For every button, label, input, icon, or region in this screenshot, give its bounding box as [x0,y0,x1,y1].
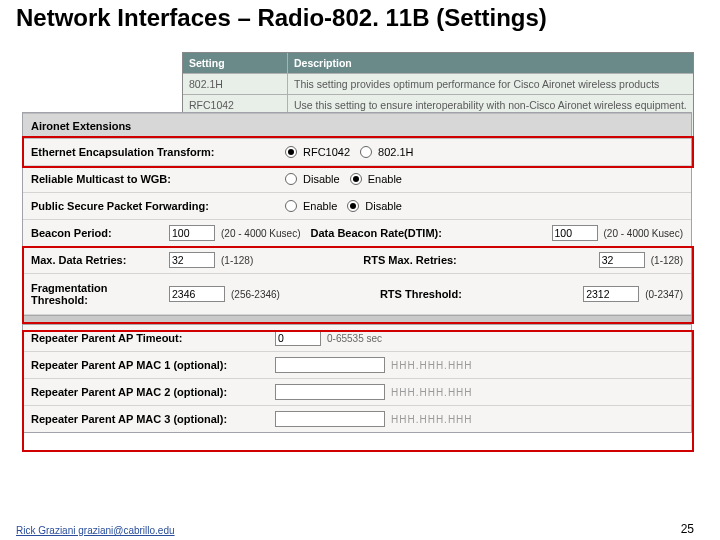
config-panel: Aironet Extensions Ethernet Encapsulatio… [22,112,692,433]
beacon-label: Beacon Period: [23,223,169,243]
row-multicast: Reliable Multicast to WGB: Disable Enabl… [23,166,691,193]
page-title: Network Interfaces – Radio-802. 11B (Set… [16,4,680,32]
rts-threshold-input[interactable] [583,286,639,302]
pspf-enable-label: Enable [303,200,337,212]
row-repeater-mac3: Repeater Parent AP MAC 3 (optional): HHH… [23,406,691,432]
encap-8021h-label: 802.1H [378,146,413,158]
pspf-enable-radio[interactable] [285,200,297,212]
row-pspf: Public Secure Packet Forwarding: Enable … [23,193,691,220]
row-retries: Max. Data Retries: (1-128) RTS Max. Retr… [23,247,691,274]
retries-hint: (1-128) [215,255,253,266]
pspf-disable-radio[interactable] [347,200,359,212]
encap-8021h-radio[interactable] [360,146,372,158]
section-aironet-extensions: Aironet Extensions [23,113,691,139]
beacon-input[interactable] [169,225,215,241]
retries-input[interactable] [169,252,215,268]
repeater-mac3-label: Repeater Parent AP MAC 3 (optional): [23,409,275,429]
encap-label: Ethernet Encapsulation Transform: [23,142,275,162]
repeater-timeout-hint: 0-65535 sec [321,333,382,344]
footer-page-number: 25 [681,522,694,536]
row-beacon: Beacon Period: (20 - 4000 Kusec) Data Be… [23,220,691,247]
multicast-enable-label: Enable [368,173,402,185]
repeater-mac1-input[interactable] [275,357,385,373]
repeater-mac3-hint: HHH.HHH.HHH [385,414,473,425]
rts-retries-label: RTS Max. Retries: [253,254,457,266]
dtim-label: Data Beacon Rate(DTIM): [301,227,442,239]
multicast-label: Reliable Multicast to WGB: [23,169,275,189]
repeater-mac2-hint: HHH.HHH.HHH [385,387,473,398]
frag-input[interactable] [169,286,225,302]
row-repeater-mac1: Repeater Parent AP MAC 1 (optional): HHH… [23,352,691,379]
repeater-timeout-label: Repeater Parent AP Timeout: [23,328,275,348]
encap-rfc1042-label: RFC1042 [303,146,350,158]
row-repeater-timeout: Repeater Parent AP Timeout: 0-65535 sec [23,325,691,352]
repeater-mac1-label: Repeater Parent AP MAC 1 (optional): [23,355,275,375]
setting-name: 802.1H [183,74,288,94]
multicast-disable-radio[interactable] [285,173,297,185]
row-frag: Fragmentation Threshold: (256-2346) RTS … [23,274,691,315]
col-setting: Setting [183,53,288,73]
table-row: 802.1H This setting provides optimum per… [183,73,693,94]
multicast-enable-radio[interactable] [350,173,362,185]
repeater-mac2-label: Repeater Parent AP MAC 2 (optional): [23,382,275,402]
footer-author: Rick Graziani graziani@cabrillo.edu [16,525,175,536]
repeater-mac3-input[interactable] [275,411,385,427]
retries-label: Max. Data Retries: [23,250,169,270]
row-repeater-mac2: Repeater Parent AP MAC 2 (optional): HHH… [23,379,691,406]
row-encap: Ethernet Encapsulation Transform: RFC104… [23,139,691,166]
dtim-input[interactable] [552,225,598,241]
rts-threshold-hint: (0-2347) [639,289,683,300]
beacon-hint: (20 - 4000 Kusec) [215,228,301,239]
frag-label: Fragmentation Threshold: [23,278,169,310]
repeater-mac1-hint: HHH.HHH.HHH [385,360,473,371]
section-divider [23,315,691,325]
col-description: Description [288,53,693,73]
encap-rfc1042-radio[interactable] [285,146,297,158]
rts-retries-input[interactable] [599,252,645,268]
rts-threshold-label: RTS Threshold: [280,288,462,300]
setting-desc: This setting provides optimum performanc… [288,74,693,94]
frag-hint: (256-2346) [225,289,280,300]
rts-retries-hint: (1-128) [645,255,683,266]
repeater-mac2-input[interactable] [275,384,385,400]
repeater-timeout-input[interactable] [275,330,321,346]
pspf-disable-label: Disable [365,200,402,212]
multicast-disable-label: Disable [303,173,340,185]
dtim-hint: (20 - 4000 Kusec) [598,228,684,239]
pspf-label: Public Secure Packet Forwarding: [23,196,275,216]
